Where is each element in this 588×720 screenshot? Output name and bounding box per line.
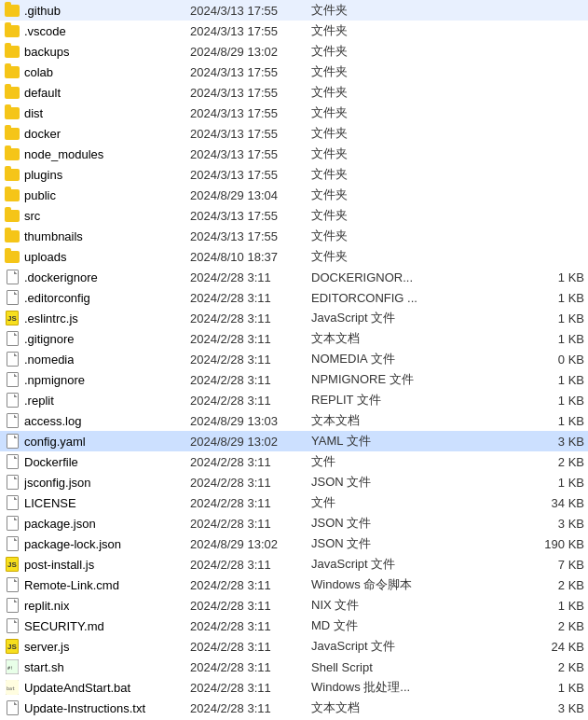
file-type: 文件夹	[311, 187, 528, 203]
file-row[interactable]: Update-Instructions.txt 2024/2/28 3:11 文…	[0, 698, 588, 718]
file-row[interactable]: config.yaml 2024/8/29 13:02 YAML 文件 3 KB	[0, 431, 588, 451]
file-size: 2 KB	[528, 619, 584, 633]
file-row[interactable]: src 2024/3/13 17:55 文件夹	[0, 205, 588, 226]
file-name: JS server.js	[4, 638, 190, 655]
file-row[interactable]: #! start.sh 2024/2/28 3:11 Shell Script …	[0, 657, 588, 677]
file-row[interactable]: node_modules 2024/3/13 17:55 文件夹	[0, 144, 588, 164]
file-row[interactable]: package-lock.json 2024/8/29 13:02 JSON 文…	[0, 533, 588, 554]
file-type: Windows 命令脚本	[311, 576, 528, 593]
file-date: 2024/8/29 13:03	[190, 414, 311, 428]
file-row[interactable]: .gitignore 2024/2/28 3:11 文本文档 1 KB	[0, 328, 588, 349]
file-icon	[4, 453, 21, 470]
file-row[interactable]: .replit 2024/2/28 3:11 REPLIT 文件 1 KB	[0, 390, 588, 410]
file-size: 1 KB	[528, 270, 584, 284]
file-type: 文件夹	[311, 2, 528, 19]
folder-icon	[4, 166, 21, 183]
file-row[interactable]: .vscode 2024/3/13 17:55 文件夹	[0, 21, 588, 41]
file-row[interactable]: thumbnails 2024/3/13 17:55 文件夹	[0, 226, 588, 246]
file-row[interactable]: Dockerfile 2024/2/28 3:11 文件 2 KB	[0, 451, 588, 472]
file-type: 文件夹	[311, 104, 528, 121]
file-icon	[4, 699, 21, 716]
file-type: JavaScript 文件	[311, 638, 528, 655]
file-date: 2024/2/28 3:11	[190, 455, 311, 469]
file-row[interactable]: replit.nix 2024/2/28 3:11 NIX 文件 1 KB	[0, 595, 588, 616]
file-row[interactable]: jsconfig.json 2024/2/28 3:11 JSON 文件 1 K…	[0, 472, 588, 492]
file-size: 2 KB	[528, 660, 584, 674]
file-row[interactable]: access.log 2024/8/29 13:03 文本文档 1 KB	[0, 410, 588, 431]
file-date: 2024/3/13 17:55	[190, 86, 311, 100]
file-type: DOCKERIGNOR...	[311, 270, 528, 284]
file-row[interactable]: JS .eslintrc.js 2024/2/28 3:11 JavaScrip…	[0, 308, 588, 328]
file-row[interactable]: .nomedia 2024/2/28 3:11 NOMEDIA 文件 0 KB	[0, 349, 588, 369]
file-row[interactable]: .github 2024/3/13 17:55 文件夹	[0, 0, 588, 21]
js-icon: JS	[4, 310, 21, 326]
file-name: config.yaml	[4, 433, 190, 450]
file-name: .replit	[4, 392, 190, 408]
file-icon	[4, 351, 21, 367]
file-row[interactable]: .editorconfig 2024/2/28 3:11 EDITORCONFI…	[0, 287, 588, 308]
file-name: Remote-Link.cmd	[4, 576, 190, 593]
file-size: 1 KB	[528, 332, 584, 346]
file-row[interactable]: Remote-Link.cmd 2024/2/28 3:11 Windows 命…	[0, 575, 588, 595]
file-row[interactable]: dist 2024/3/13 17:55 文件夹	[0, 103, 588, 123]
file-type: JavaScript 文件	[311, 556, 528, 573]
file-row[interactable]: public 2024/8/29 13:04 文件夹	[0, 185, 588, 205]
file-date: 2024/8/29 13:02	[190, 537, 311, 551]
file-type: 文件夹	[311, 84, 528, 101]
file-size: 1 KB	[528, 291, 584, 305]
file-row[interactable]: uploads 2024/8/10 18:37 文件夹	[0, 246, 588, 267]
file-date: 2024/8/29 13:02	[190, 45, 311, 59]
file-name: .github	[4, 2, 190, 19]
file-date: 2024/2/28 3:11	[190, 558, 311, 572]
file-date: 2024/2/28 3:11	[190, 681, 311, 695]
file-type: JSON 文件	[311, 515, 528, 532]
file-row[interactable]: backups 2024/8/29 13:02 文件夹	[0, 41, 588, 62]
file-type: 文件夹	[311, 22, 528, 39]
folder-icon	[4, 125, 21, 142]
file-date: 2024/2/28 3:11	[190, 640, 311, 654]
file-type: 文本文档	[311, 412, 528, 429]
file-icon	[4, 597, 21, 614]
file-date: 2024/2/28 3:11	[190, 332, 311, 346]
file-name: Dockerfile	[4, 453, 190, 470]
folder-icon	[4, 145, 21, 162]
file-date: 2024/2/28 3:11	[190, 517, 311, 531]
file-row[interactable]: default 2024/3/13 17:55 文件夹	[0, 82, 588, 103]
file-size: 1 KB	[528, 373, 584, 387]
file-row[interactable]: .npmignore 2024/2/28 3:11 NPMIGNORE 文件 1…	[0, 369, 588, 390]
file-icon	[4, 330, 21, 347]
file-date: 2024/8/10 18:37	[190, 250, 311, 264]
file-icon	[4, 371, 21, 388]
file-row[interactable]: JS post-install.js 2024/2/28 3:11 JavaSc…	[0, 554, 588, 575]
file-type: Windows 批处理...	[311, 679, 528, 696]
file-row[interactable]: JS server.js 2024/2/28 3:11 JavaScript 文…	[0, 636, 588, 657]
file-type: 文本文档	[311, 330, 528, 347]
file-size: 1 KB	[528, 681, 584, 695]
file-name: .vscode	[4, 22, 190, 39]
file-row[interactable]: colab 2024/3/13 17:55 文件夹	[0, 62, 588, 82]
file-name: .editorconfig	[4, 289, 190, 306]
file-date: 2024/8/29 13:04	[190, 188, 311, 202]
folder-icon	[4, 248, 21, 265]
file-row[interactable]: package.json 2024/2/28 3:11 JSON 文件 3 KB	[0, 513, 588, 533]
file-size: 1 KB	[528, 599, 584, 613]
file-size: 7 KB	[528, 558, 584, 572]
file-date: 2024/2/28 3:11	[190, 291, 311, 305]
file-size: 2 KB	[528, 578, 584, 592]
file-size: 3 KB	[528, 701, 584, 715]
file-date: 2024/3/13 17:55	[190, 168, 311, 182]
folder-icon	[4, 63, 21, 80]
file-icon	[4, 412, 21, 429]
file-row[interactable]: docker 2024/3/13 17:55 文件夹	[0, 123, 588, 144]
file-type: Shell Script	[311, 660, 528, 674]
file-row[interactable]: LICENSE 2024/2/28 3:11 文件 34 KB	[0, 492, 588, 513]
file-row[interactable]: bat UpdateAndStart.bat 2024/2/28 3:11 Wi…	[0, 677, 588, 698]
file-name: backups	[4, 43, 190, 60]
file-type: 文件夹	[311, 207, 528, 224]
file-row[interactable]: SECURITY.md 2024/2/28 3:11 MD 文件 2 KB	[0, 616, 588, 636]
file-size: 34 KB	[528, 496, 584, 510]
file-row[interactable]: .dockerignore 2024/2/28 3:11 DOCKERIGNOR…	[0, 267, 588, 287]
file-name: jsconfig.json	[4, 474, 190, 491]
file-row[interactable]: plugins 2024/3/13 17:55 文件夹	[0, 164, 588, 185]
file-type: 文件夹	[311, 145, 528, 162]
